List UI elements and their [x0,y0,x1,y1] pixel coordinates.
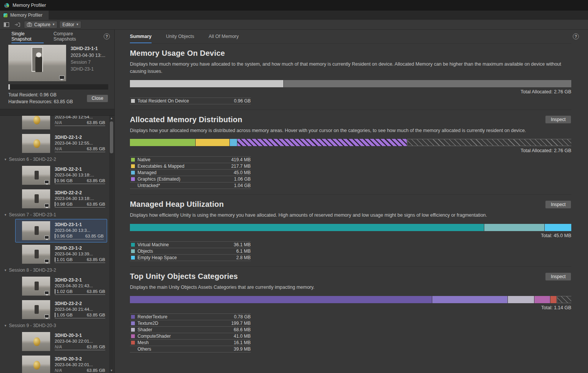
main-tab-bar: Summary Unity Objects All Of Memory ? [115,30,588,43]
tab-compare-snapshots[interactable]: Compare Snapshots [54,30,94,43]
help-icon[interactable]: ? [573,33,579,39]
inspect-button[interactable]: Inspect [545,200,571,209]
sidebar-divider [0,109,114,116]
bar-segment-native[interactable] [130,139,195,146]
list-scrollbar[interactable]: ▲ ▼ [109,116,114,373]
snapshot-list-item[interactable]: 3DHD-22-1-22023-04-30 12:55...N/A63.85 G… [0,132,108,155]
tab-summary[interactable]: Summary [130,30,152,43]
snapshot-list-item[interactable]: 3DHD-23-1-12023-04-30 13:3...0.96 GB63.8… [15,219,107,242]
chevron-down-icon: ▾ [5,213,6,217]
inspect-button[interactable]: Inspect [545,272,571,281]
snapshot-name: 3DHD-23-1-1 [55,222,104,227]
legend-row: Virtual Machine36.1 MB [130,242,251,248]
bar-segment-managed[interactable] [230,139,237,146]
snapshot-thumbnail [22,166,50,185]
snapshot-list-item[interactable]: 3DHD-20-3-22023-04-30 22:01...N/A63.85 G… [0,353,108,373]
snapshot-name: 3DHD-23-2-2 [55,301,105,306]
snapshot-date: 2023-04-30 13:18:... [55,173,105,177]
snapshot-list-item[interactable]: 3DHD-23-1-22023-04-30 13:39...1.01 GB63.… [0,242,108,266]
snapshot-values: 0.96 GB63.85 GB [55,234,104,239]
resident-value: 0.96 GB [55,178,73,183]
bar-segment-allocated-remainder[interactable] [284,80,571,87]
snapshot-thumbnail [22,356,50,373]
snapshot-list-item[interactable]: 3DHD-22-2-22023-04-30 13:18:...0.98 GB63… [0,187,108,211]
legend-swatch [131,158,135,162]
scroll-up-icon[interactable]: ▲ [110,116,113,121]
snapshot-info: 2023-04-30 12:54...N/A63.85 GB [55,116,108,126]
snapshot-values: N/A63.85 GB [55,368,105,373]
snapshot-info: 3DHD-22-1-22023-04-30 12:55...N/A63.85 G… [55,135,108,152]
session-header[interactable]: ▾Session 6 - 3DHD-22-2 [0,155,108,164]
screen-capture-badge-icon [44,236,49,239]
body: Single Snapshot Compare Snapshots ? 3DHD… [0,30,588,373]
snapshot-thumbnail [22,277,50,296]
snapshot-values: 1.01 GB63.85 GB [55,257,105,263]
snapshot-list-item[interactable]: 3DHD-23-2-22023-04-30 21:44...1.05 GB63.… [0,298,108,321]
snapshot-date: 2023-04-30 22:01... [55,339,105,343]
import-snapshot-button[interactable] [13,21,22,28]
bar-segment-total-resident-on-device[interactable] [130,80,283,87]
dock-tab-memory-profiler[interactable]: Memory Profiler [0,11,49,20]
tab-all-of-memory[interactable]: All Of Memory [209,30,239,43]
session-header[interactable]: ▾Session 8 - 3DHD-23-2 [0,266,108,274]
bar-segment-computeshader[interactable] [534,296,550,303]
section-memory-usage-on-device: Memory Usage On DeviceDisplays how much … [130,43,571,110]
bar-segment-executables-mapped[interactable] [196,139,229,146]
bar-segment-empty-heap-space[interactable] [545,224,571,231]
hardware-value: 63.85 GB [87,289,105,294]
section-title: Top Unity Objects Categories [130,272,238,281]
panel-toggle-button[interactable] [2,21,11,28]
editor-dropdown[interactable]: Editor ▾ [59,21,81,28]
snapshot-name: 3DHD-20-3-2 [55,356,105,362]
session-header[interactable]: ▾Session 7 - 3DHD-23-1 [0,211,108,219]
legend-row: Total Resident On Device0.96 GB [130,98,251,104]
bar-segment-graphics-estimated[interactable] [237,139,407,146]
snapshot-list-item[interactable]: 3DHD-22-2-12023-04-30 13:18:...0.96 GB63… [0,164,108,187]
window-title: Memory Profiler [13,3,46,8]
close-button[interactable]: Close [87,94,108,102]
bar-segment-objects[interactable] [484,224,544,231]
snapshot-thumbnail [22,300,50,319]
legend: RenderTexture0.78 GBTexture2D199.7 MBSha… [130,313,251,353]
tab-single-snapshot[interactable]: Single Snapshot [11,30,44,43]
inspect-button[interactable]: Inspect [545,115,571,124]
tab-unity-objects[interactable]: Unity Objects [166,30,194,43]
snapshot-info: 3DHD-23-2-12023-04-30 21:43...1.02 GB63.… [55,277,108,295]
selected-snapshot-card: 3DHD-23-1-1 2023-04-30 13:... Session 7 … [0,43,114,109]
memory-bar [130,139,571,146]
editor-label: Editor [62,22,74,27]
legend-label: Virtual Machine [138,242,234,247]
bar-segment-untracked[interactable] [407,139,571,146]
resident-value: 1.02 GB [55,289,73,294]
bar-segment-virtual-machine[interactable] [130,224,484,231]
bar-segment-others[interactable] [557,296,571,303]
legend-swatch [131,99,135,103]
snapshot-list-item[interactable]: 3DHD-23-2-12023-04-30 21:43...1.02 GB63.… [0,274,108,298]
resident-value: 1.05 GB [55,313,73,317]
total-label: Total Allocated: 2.76 GB [130,148,571,153]
capture-button[interactable]: Capture ▾ [24,21,57,28]
bar-segment-mesh[interactable] [550,296,556,303]
bar-segment-texture2d[interactable] [432,296,508,303]
selected-snapshot-card-top: 3DHD-23-1-1 2023-04-30 13:... Session 7 … [8,45,108,81]
snapshot-name: 3DHD-23-1-1 [71,46,105,51]
help-icon[interactable]: ? [104,33,110,39]
legend-row: Native419.4 MB [130,157,251,163]
dock-tab-strip: Memory Profiler [0,11,588,20]
snapshot-name: 3DHD-22-1-2 [55,135,105,140]
memory-bar [130,296,571,303]
bar-segment-rendertexture[interactable] [130,296,432,303]
scroll-down-icon[interactable]: ▼ [110,368,113,373]
snapshot-list-item[interactable]: 2023-04-30 12:54...N/A63.85 GB [0,116,108,132]
section-description: Displays how much memory you have alloca… [130,61,571,75]
sidebar-tab-bar: Single Snapshot Compare Snapshots ? [0,30,114,43]
scrollbar-thumb[interactable] [110,121,113,153]
snapshot-date: 2023-04-30 13:18:... [55,196,105,201]
snapshot-list-item[interactable]: 3DHD-20-3-12023-04-30 22:01...N/A63.85 G… [0,330,108,353]
session-header[interactable]: ▾Session 9 - 3DHD-20-3 [0,321,108,330]
bar-segment-shader[interactable] [508,296,534,303]
section-header: Memory Usage On Device [130,49,571,58]
chevron-down-icon: ▾ [77,23,79,26]
hardware-value: 63.85 GB [87,120,105,125]
snapshot-info: 3DHD-23-1-12023-04-30 13:3...0.96 GB63.8… [55,222,107,239]
